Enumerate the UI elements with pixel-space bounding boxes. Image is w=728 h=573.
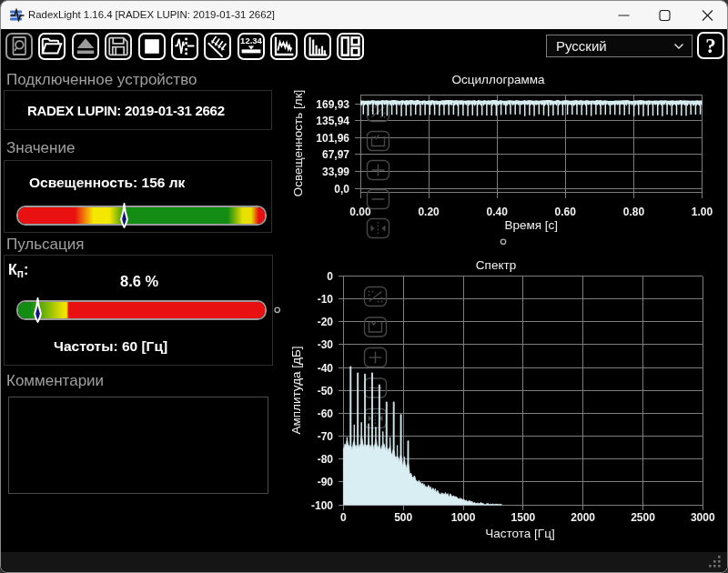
svg-text:101,96: 101,96: [316, 132, 349, 145]
svg-text:-60: -60: [318, 407, 334, 420]
svg-text:Спектр: Спектр: [476, 258, 516, 272]
svg-text:500: 500: [394, 511, 412, 524]
svg-text:-70: -70: [318, 430, 334, 443]
svg-text:0.40: 0.40: [487, 206, 509, 218]
svg-text:Амплитуда [дБ]: Амплитуда [дБ]: [289, 346, 303, 434]
svg-text:-30: -30: [318, 338, 334, 351]
svg-text:0: 0: [327, 270, 333, 283]
svg-text:33,99: 33,99: [322, 166, 349, 178]
svg-text:2500: 2500: [631, 511, 655, 524]
svg-text:Освещенность [лк]: Освещенность [лк]: [291, 90, 305, 197]
svg-text:0.60: 0.60: [555, 206, 577, 218]
svg-text:Время [с]: Время [с]: [504, 218, 558, 232]
svg-text:0.20: 0.20: [418, 206, 440, 218]
svg-text:-40: -40: [318, 362, 334, 375]
svg-text:-50: -50: [318, 385, 334, 397]
svg-text:-90: -90: [318, 476, 334, 488]
svg-text:-80: -80: [318, 453, 334, 466]
svg-text:-10: -10: [318, 293, 334, 306]
svg-text:-20: -20: [318, 316, 334, 328]
svg-text:169,93: 169,93: [316, 98, 349, 111]
svg-text:Осциллограмма: Осциллограмма: [452, 73, 545, 86]
svg-text:-100: -100: [311, 499, 333, 512]
svg-text:Частота [Гц]: Частота [Гц]: [485, 527, 554, 540]
svg-text:135,94: 135,94: [316, 115, 349, 127]
svg-text:0,0: 0,0: [334, 183, 349, 196]
svg-text:2000: 2000: [571, 511, 595, 524]
svg-text:67,97: 67,97: [322, 148, 349, 161]
svg-text:3000: 3000: [691, 511, 715, 524]
svg-text:1000: 1000: [451, 511, 476, 524]
svg-text:0.80: 0.80: [623, 206, 645, 218]
svg-text:1500: 1500: [511, 511, 536, 524]
svg-text:0: 0: [340, 511, 347, 524]
svg-text:1.00: 1.00: [692, 206, 713, 218]
